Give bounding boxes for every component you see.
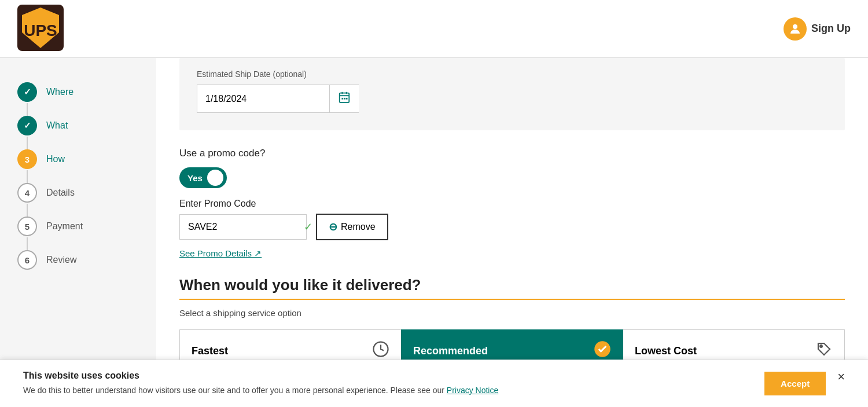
svg-point-13 [820,345,822,347]
promo-input-wrapper: ✓ [179,214,307,240]
promo-question: Use a promo code? [179,148,845,159]
step-3-circle: 3 [17,149,37,169]
delivery-title: When would you like it delivered? [179,276,845,294]
sign-up-button[interactable]: Sign Up [784,17,851,41]
ship-date-section: Estimated Ship Date (optional) [179,58,845,130]
promo-details-link[interactable]: See Promo Details ↗ [179,248,262,259]
cookie-banner: This website uses cookies We do this to … [0,360,868,407]
toggle-circle [207,170,223,186]
remove-label: Remove [341,222,376,232]
svg-text:UPS: UPS [24,21,57,39]
sidebar-item-where[interactable]: ✓ Where [17,75,139,109]
toggle-label: Yes [187,173,203,183]
remove-promo-button[interactable]: ⊖ Remove [316,214,388,240]
promo-code-input[interactable] [188,222,304,232]
sidebar-item-payment[interactable]: 5 Payment [17,210,139,243]
cookie-body: We do this to better understand how visi… [23,384,753,397]
calendar-icon-button[interactable] [329,85,359,112]
promo-input-label: Enter Promo Code [179,199,845,209]
step-2-circle: ✓ [17,116,37,135]
step-4-circle: 4 [17,183,37,203]
cookie-accept-button[interactable]: Accept [764,372,826,395]
ship-date-input[interactable] [197,87,329,111]
svg-rect-8 [341,98,343,100]
header: UPS Sign Up [0,0,868,58]
delivery-subtitle: Select a shipping service option [179,308,845,318]
cookie-close-button[interactable]: × [837,369,845,384]
svg-rect-9 [344,98,345,100]
cookie-title: This website uses cookies [23,371,753,381]
delivery-divider [179,299,845,300]
sidebar: ✓ Where ✓ What 3 How 4 Details 5 Payment… [0,58,156,407]
ups-logo: UPS [17,5,64,53]
user-avatar-icon [784,17,807,41]
step-3-label: How [46,154,65,164]
recommended-check-icon [594,340,611,361]
sign-up-label: Sign Up [811,23,851,35]
date-input-wrapper [197,85,359,113]
delivery-section: When would you like it delivered? Select… [179,276,845,372]
fastest-label: Fastest [192,345,228,357]
sidebar-item-how[interactable]: 3 How [17,142,139,176]
step-5-label: Payment [46,221,83,232]
sidebar-item-details[interactable]: 4 Details [17,176,139,210]
main-layout: ✓ Where ✓ What 3 How 4 Details 5 Payment… [0,58,868,407]
promo-toggle[interactable]: Yes [179,167,227,188]
clock-icon [372,340,389,361]
step-1-label: Where [46,87,73,97]
sidebar-steps: ✓ Where ✓ What 3 How 4 Details 5 Payment… [0,69,156,283]
svg-rect-10 [346,98,348,100]
recommended-label: Recommended [413,345,488,357]
ship-date-label: Estimated Ship Date (optional) [197,69,827,79]
sidebar-item-what[interactable]: ✓ What [17,109,139,142]
remove-circle-icon: ⊖ [329,221,337,233]
svg-point-3 [793,24,797,29]
step-6-label: Review [46,255,76,265]
sidebar-item-review[interactable]: 6 Review [17,243,139,277]
step-6-circle: 6 [17,250,37,270]
privacy-notice-link[interactable]: Privacy Notice [447,386,498,395]
promo-section: Use a promo code? Yes Enter Promo Code ✓… [179,148,845,259]
step-5-circle: 5 [17,217,37,236]
content-area: Estimated Ship Date (optional) [156,58,868,407]
lowest-label: Lowest Cost [635,345,697,357]
promo-valid-icon: ✓ [304,221,312,233]
step-2-label: What [46,120,68,131]
step-1-circle: ✓ [17,82,37,102]
step-4-label: Details [46,188,75,198]
promo-input-row: ✓ ⊖ Remove [179,214,845,240]
tag-icon [815,340,833,361]
cookie-text-area: This website uses cookies We do this to … [23,371,753,397]
